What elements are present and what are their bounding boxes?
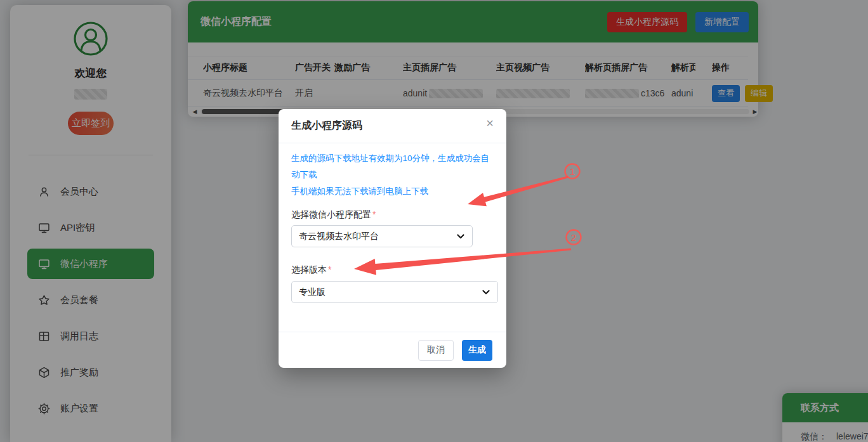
config-select-value: 奇云视频去水印平台 <box>299 231 379 242</box>
version-select-label: 选择版本* <box>291 264 494 276</box>
config-select-label: 选择微信小程序配置* <box>291 209 494 221</box>
app-screen: 欢迎您 立即签到 会员中心 API密钥 微信小程序 会员套餐 调 <box>0 0 868 442</box>
close-icon[interactable]: × <box>480 113 499 132</box>
confirm-generate-button[interactable]: 生成 <box>462 340 492 361</box>
required-mark: * <box>328 264 331 275</box>
generate-source-modal: 生成小程序源码 × 生成的源码下载地址有效期为10分钟，生成成功会自动下载 手机… <box>279 109 506 368</box>
cancel-button[interactable]: 取消 <box>418 340 454 361</box>
required-mark: * <box>372 209 376 219</box>
notice-text: 生成的源码下载地址有效期为10分钟，生成成功会自动下载 手机端如果无法下载请到电… <box>291 150 494 200</box>
version-select[interactable]: 专业版 <box>291 281 498 303</box>
miniprogram-config-select[interactable]: 奇云视频去水印平台 <box>291 225 473 247</box>
chevron-down-icon <box>482 288 490 297</box>
modal-title: 生成小程序源码 <box>291 119 362 133</box>
modal-footer: 取消 生成 <box>279 332 506 368</box>
chevron-down-icon <box>456 232 465 241</box>
modal-header: 生成小程序源码 × <box>279 109 506 143</box>
version-select-value: 专业版 <box>299 287 326 298</box>
